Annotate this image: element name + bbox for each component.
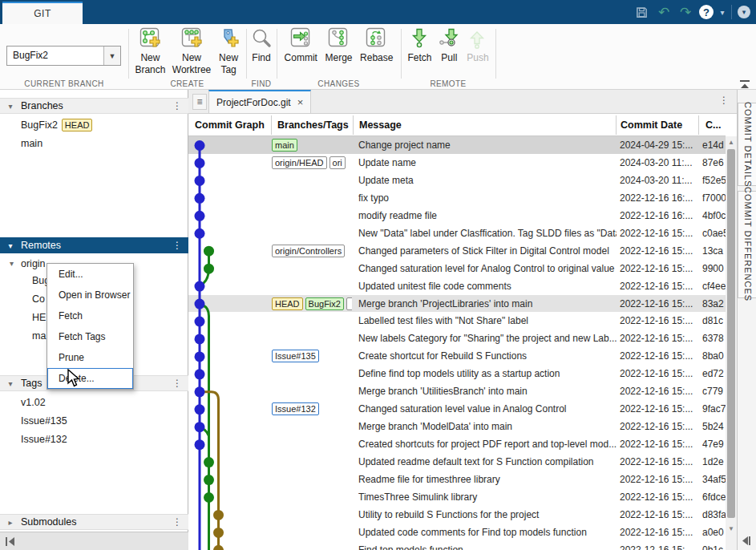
table-row[interactable]: HEADBugFix2Merge branch 'ProjectLibrarie… bbox=[188, 295, 726, 313]
sidebar-section-remotes[interactable]: ▾ Remotes ⋮ bbox=[0, 237, 188, 253]
button-label: New Worktree bbox=[172, 52, 211, 76]
branch-item-main[interactable]: main bbox=[21, 135, 42, 152]
table-row[interactable]: New labels Category for "Sharing" the pr… bbox=[188, 330, 726, 347]
tab-commit-details[interactable]: COMMIT DETAILS bbox=[738, 103, 756, 186]
menu-item-fetch[interactable]: Fetch bbox=[47, 305, 133, 326]
table-row[interactable]: Issue#135Create shortcut for Rebuild S F… bbox=[188, 347, 726, 365]
scrollbar-thumb[interactable] bbox=[727, 149, 735, 518]
column-divider[interactable] bbox=[271, 115, 272, 135]
column-header-commit-date[interactable]: Commit Date bbox=[621, 114, 697, 136]
document-tab[interactable]: ProjectForDoc.git × bbox=[208, 90, 311, 114]
table-row[interactable]: New "Data" label under Clasffication. Ta… bbox=[188, 224, 726, 242]
table-row[interactable]: Utility to rebuild S Functions for the p… bbox=[188, 506, 726, 524]
commit-hash: e14d bbox=[702, 136, 726, 154]
table-row[interactable]: Issue#132Changed saturation level value … bbox=[188, 400, 726, 418]
kebab-menu-icon[interactable]: ⋮ bbox=[172, 240, 182, 251]
table-row[interactable]: fix typo2022-12-16 16:...f7000 bbox=[188, 189, 726, 207]
column-divider[interactable] bbox=[353, 115, 354, 135]
remote-child-item[interactable]: ma bbox=[32, 328, 46, 344]
chevron-down-icon[interactable]: ▾ bbox=[10, 259, 14, 268]
table-row[interactable]: TimesThree Simulink library2022-12-16 15… bbox=[188, 488, 726, 506]
tag-item-issue132[interactable]: Issue#132 bbox=[21, 431, 67, 447]
scroll-up-icon[interactable]: ▲ bbox=[726, 136, 737, 148]
rebase-button[interactable]: Rebase bbox=[360, 27, 393, 64]
merge-button[interactable]: Merge bbox=[325, 27, 352, 64]
branch-tag-badges bbox=[272, 506, 352, 524]
scroll-down-icon[interactable]: ▼ bbox=[726, 523, 737, 535]
menu-item-edit[interactable]: Edit... bbox=[47, 264, 133, 285]
column-divider[interactable] bbox=[698, 115, 699, 135]
table-row[interactable]: mainChange project name2024-04-29 15:...… bbox=[188, 136, 726, 154]
table-row[interactable]: Changed saturation level for Analog Cont… bbox=[188, 260, 726, 277]
table-row[interactable]: Updated unitest file code comments2022-1… bbox=[188, 277, 726, 295]
table-row[interactable]: Merge branch 'UtilitiesBranch' into main… bbox=[188, 382, 726, 400]
new-worktree-button[interactable]: New Worktree bbox=[172, 27, 211, 76]
section-label-remote: REMOTE bbox=[401, 79, 495, 88]
save-icon[interactable] bbox=[633, 5, 649, 19]
branch-tag-badges bbox=[272, 260, 352, 277]
column-divider[interactable] bbox=[616, 115, 617, 135]
kebab-menu-icon[interactable]: ⋮ bbox=[172, 516, 182, 528]
chevron-down-icon: ▾ bbox=[0, 241, 21, 250]
table-row[interactable]: Labelled test files with "Not Share" lab… bbox=[188, 313, 726, 330]
table-row[interactable]: Readme file for timesthree library2022-1… bbox=[188, 471, 726, 488]
menu-item-delete[interactable]: Delete... bbox=[47, 368, 133, 389]
table-row[interactable]: origin/HEADoriUpdate name2024-03-20 11:.… bbox=[188, 154, 726, 172]
section-divider bbox=[495, 29, 496, 79]
column-header-commit-graph[interactable]: Commit Graph bbox=[195, 114, 271, 136]
commit-date: 2024-03-20 11:... bbox=[620, 172, 699, 189]
menu-item-open-in-browser[interactable]: Open in Browser bbox=[47, 285, 133, 305]
pull-button[interactable]: Pull bbox=[439, 27, 460, 64]
tag-item-v1.02[interactable]: v1.02 bbox=[21, 394, 46, 410]
new-branch-button[interactable]: New Branch bbox=[135, 27, 165, 76]
kebab-menu-icon[interactable]: ⋮ bbox=[172, 378, 182, 389]
table-row[interactable]: Update meta2024-03-20 11:...f52e5 bbox=[188, 172, 726, 189]
help-caret-icon[interactable]: ▾ bbox=[717, 5, 728, 19]
collapse-panel-left-icon[interactable] bbox=[5, 536, 16, 547]
table-row[interactable]: Updated code comments for Find top model… bbox=[188, 524, 726, 541]
remote-child-item[interactable]: HE bbox=[32, 309, 46, 326]
branch-item-bugfix2[interactable]: BugFix2HEAD bbox=[21, 117, 92, 133]
table-row[interactable]: Define find top models utility as a star… bbox=[188, 365, 726, 382]
collapse-toolstrip-icon[interactable] bbox=[738, 79, 751, 92]
remote-child-item[interactable]: Co bbox=[32, 291, 45, 307]
menu-item-fetch-tags[interactable]: Fetch Tags bbox=[47, 326, 133, 347]
table-row[interactable]: Merge branch 'ModelData' into main2022-1… bbox=[188, 418, 726, 435]
table-row[interactable]: Updated readme default text for S Functi… bbox=[188, 453, 726, 471]
tab-commit-differences[interactable]: COMMIT DIFFERENCES bbox=[738, 191, 756, 298]
branch-tag-badges: Issue#132 bbox=[272, 400, 352, 418]
column-header-message[interactable]: Message bbox=[359, 114, 616, 136]
kebab-menu-icon[interactable]: ⋮ bbox=[172, 100, 182, 111]
column-header-branches-tags[interactable]: Branches/Tags bbox=[277, 114, 351, 136]
kebab-menu-icon[interactable]: ⋮ bbox=[719, 95, 729, 106]
table-row[interactable]: Find top models function2022-12-16 15:..… bbox=[188, 541, 726, 550]
close-icon[interactable]: × bbox=[297, 96, 304, 108]
commit-message: Create shortcut for Rebuild S Functions bbox=[358, 347, 617, 365]
sidebar-section-branches[interactable]: ▾ Branches ⋮ bbox=[0, 98, 188, 114]
expand-panel-icon[interactable] bbox=[740, 536, 751, 548]
menu-item-prune[interactable]: Prune bbox=[47, 347, 133, 368]
column-header-hash[interactable]: C... bbox=[705, 114, 725, 136]
help-icon[interactable]: ? bbox=[699, 5, 714, 19]
commit-date: 2022-12-16 15:... bbox=[620, 435, 699, 453]
table-row[interactable]: Created shortcuts for project PDF report… bbox=[188, 435, 726, 453]
redo-icon[interactable]: ↷ bbox=[677, 5, 693, 19]
toolstrip-tab-git[interactable]: GIT bbox=[2, 2, 83, 24]
commit-button[interactable]: Commit bbox=[285, 27, 317, 64]
chevron-down-icon[interactable]: ▼ bbox=[103, 47, 120, 65]
current-branch-combobox[interactable]: BugFix2 ▼ bbox=[6, 46, 121, 66]
commit-hash: 5b24 bbox=[702, 418, 726, 435]
table-row[interactable]: origin/ControllersChanged parameters of … bbox=[188, 242, 726, 260]
commit-date: 2022-12-16 15:... bbox=[620, 471, 699, 488]
table-scrollbar[interactable]: ▲ ▼ bbox=[726, 136, 737, 550]
sidebar-section-submodules[interactable]: ▸ Submodules ⋮ bbox=[0, 514, 188, 530]
fetch-button[interactable]: Fetch bbox=[407, 27, 431, 64]
more-caret-icon[interactable]: ▾ bbox=[738, 6, 750, 18]
table-row[interactable]: modify readme file2022-12-16 16:...4bf0c bbox=[188, 207, 726, 224]
tag-item-issue135[interactable]: Issue#135 bbox=[21, 413, 67, 429]
document-bar-menu-icon[interactable]: ≡ bbox=[192, 94, 207, 110]
new-tag-button[interactable]: New Tag bbox=[218, 27, 240, 76]
remote-origin[interactable]: origin bbox=[21, 256, 46, 272]
find-button[interactable]: Find bbox=[251, 27, 273, 64]
undo-icon[interactable]: ↶ bbox=[656, 5, 672, 19]
